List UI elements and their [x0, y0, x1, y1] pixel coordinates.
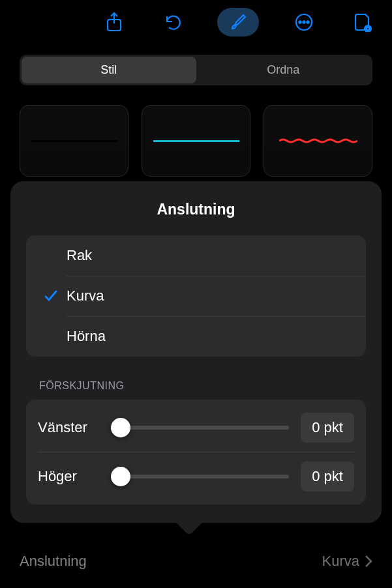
offset-right-value[interactable]: 0 pkt	[301, 462, 354, 492]
slider-thumb[interactable]	[111, 467, 130, 486]
svg-point-2	[299, 21, 301, 23]
brush-icon[interactable]	[217, 8, 259, 37]
document-icon[interactable]	[348, 8, 377, 37]
popover-title: Anslutning	[26, 201, 366, 218]
offset-left-value[interactable]: 0 pkt	[301, 413, 354, 443]
offset-sliders: Vänster 0 pkt Höger 0 pkt	[26, 400, 366, 505]
option-label: Rak	[63, 247, 92, 264]
popover-pointer	[176, 510, 202, 536]
tab-arrange[interactable]: Ordna	[196, 57, 371, 83]
option-label: Kurva	[63, 287, 104, 304]
offset-right-label: Höger	[38, 468, 103, 485]
offset-header: Förskjutning	[39, 380, 366, 392]
more-icon[interactable]	[290, 8, 318, 37]
offset-left-row: Vänster 0 pkt	[38, 404, 354, 452]
style-thumb-red[interactable]	[264, 105, 372, 177]
svg-point-3	[303, 21, 305, 23]
tab-style[interactable]: Stil	[22, 57, 196, 83]
connection-summary-label: Anslutning	[20, 553, 87, 570]
check-icon	[39, 289, 63, 303]
slider-thumb[interactable]	[111, 418, 130, 437]
svg-point-4	[307, 21, 309, 23]
top-toolbar	[0, 0, 392, 47]
option-label: Hörna	[63, 328, 106, 345]
offset-left-slider[interactable]	[115, 426, 289, 430]
connection-summary-value: Kurva	[322, 553, 359, 570]
option-curve[interactable]: Kurva	[26, 276, 366, 316]
line-style-thumbs	[20, 105, 372, 177]
share-icon[interactable]	[100, 8, 128, 37]
undo-icon[interactable]	[158, 8, 187, 37]
option-corner[interactable]: Hörna	[26, 316, 366, 357]
svg-point-6	[367, 27, 369, 30]
connection-summary-row[interactable]: Anslutning Kurva	[20, 553, 372, 570]
option-straight[interactable]: Rak	[26, 235, 366, 276]
style-arrange-tabs: Stil Ordna	[20, 55, 372, 85]
offset-right-row: Höger 0 pkt	[38, 452, 354, 501]
connection-options: Rak Kurva Hörna	[26, 235, 366, 357]
offset-right-slider[interactable]	[115, 475, 289, 478]
chevron-right-icon	[365, 555, 372, 568]
style-thumb-blue[interactable]	[142, 105, 250, 177]
connection-popover: Anslutning Rak Kurva Hörna Förskjutning …	[10, 181, 382, 523]
offset-left-label: Vänster	[38, 419, 103, 436]
style-thumb-black[interactable]	[20, 105, 128, 177]
